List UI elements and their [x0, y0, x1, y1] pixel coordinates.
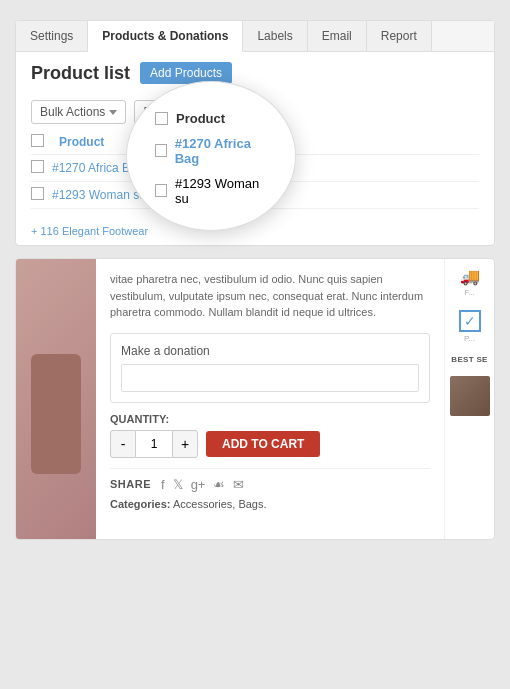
- bulk-actions-label: Bulk Actions: [40, 105, 105, 119]
- quantity-minus-button[interactable]: -: [110, 430, 136, 458]
- checkbox-text: P...: [464, 334, 475, 344]
- quantity-plus-button[interactable]: +: [172, 430, 198, 458]
- share-section: SHARE f 𝕏 g+ ☙ ✉: [110, 468, 430, 492]
- product-image-shape: [31, 354, 81, 474]
- right-side-col: 🚚 F... ✓ P... BEST SE: [444, 259, 494, 539]
- page-title: Product list: [31, 63, 130, 84]
- facebook-icon[interactable]: f: [161, 477, 165, 492]
- product-image: [16, 259, 96, 539]
- social-icons: f 𝕏 g+ ☙ ✉: [161, 477, 244, 492]
- product-description: vitae pharetra nec, vestibulum id odio. …: [110, 271, 430, 321]
- row-checkbox-1[interactable]: [31, 160, 44, 173]
- main-content: vitae pharetra nec, vestibulum id odio. …: [96, 259, 444, 539]
- checkbox-icon-block: ✓ P...: [459, 310, 481, 344]
- quantity-section: QUANTITY: - + ADD TO CART: [110, 413, 430, 458]
- share-label: SHARE: [110, 478, 151, 490]
- donation-input[interactable]: [121, 364, 419, 392]
- twitter-icon[interactable]: 𝕏: [173, 477, 183, 492]
- product-image-placeholder: [16, 259, 96, 539]
- google-plus-icon[interactable]: g+: [191, 477, 206, 492]
- dropdown-item-1[interactable]: #1270 Africa Bag: [137, 131, 285, 171]
- dropdown-checkbox-1[interactable]: [155, 144, 167, 157]
- dropdown-header-item[interactable]: Product: [137, 106, 285, 131]
- pinterest-icon[interactable]: ☙: [213, 477, 225, 492]
- dropdown-overlay: Product #1270 Africa Bag #1293 Woman su: [126, 81, 296, 231]
- tab-products-donations[interactable]: Products & Donations: [88, 21, 243, 52]
- email-icon[interactable]: ✉: [233, 477, 244, 492]
- dropdown-item-2[interactable]: #1293 Woman su: [137, 171, 285, 211]
- best-sellers-label: BEST SE: [451, 355, 487, 364]
- dropdown-product-label: Product: [176, 111, 225, 126]
- delivery-truck-icon: 🚚: [460, 267, 480, 286]
- top-panel: Settings Products & Donations Labels Ema…: [15, 20, 495, 246]
- tab-email[interactable]: Email: [308, 21, 367, 51]
- best-sellers-block: BEST SE: [451, 355, 487, 364]
- tab-report[interactable]: Report: [367, 21, 432, 51]
- donation-section: Make a donation: [110, 333, 430, 403]
- quantity-input[interactable]: [136, 430, 172, 458]
- categories-value: Accessories, Bags.: [173, 498, 267, 510]
- bottom-panel: vitae pharetra nec, vestibulum id odio. …: [15, 258, 495, 540]
- dropdown-checkbox-2[interactable]: [155, 184, 167, 197]
- delivery-icon-block: 🚚 F...: [460, 267, 480, 298]
- donation-label: Make a donation: [121, 344, 419, 358]
- tab-settings[interactable]: Settings: [16, 21, 88, 51]
- quantity-label: QUANTITY:: [110, 413, 430, 425]
- product-link-2[interactable]: #1293 Woman su: [52, 188, 146, 202]
- bulk-actions-select[interactable]: Bulk Actions: [31, 100, 126, 124]
- dropdown-item-2-label: #1293 Woman su: [175, 176, 267, 206]
- pillow-thumbnail[interactable]: [450, 376, 490, 416]
- product-column-header: Product: [59, 135, 104, 149]
- dropdown-item-1-label: #1270 Africa Bag: [175, 136, 267, 166]
- dropdown-checkbox-header[interactable]: [155, 112, 168, 125]
- add-to-cart-button[interactable]: ADD TO CART: [206, 431, 320, 457]
- pillow-thumb-block: [450, 376, 490, 416]
- bulk-actions-arrow-icon: [109, 110, 117, 115]
- categories-line: Categories: Accessories, Bags.: [110, 498, 430, 510]
- select-all-checkbox[interactable]: [31, 134, 44, 147]
- tab-labels[interactable]: Labels: [243, 21, 307, 51]
- delivery-text: F...: [464, 288, 475, 298]
- row-checkbox-2[interactable]: [31, 187, 44, 200]
- checked-icon[interactable]: ✓: [459, 310, 481, 332]
- categories-label: Categories:: [110, 498, 171, 510]
- panel-header: Product list Add Products: [16, 52, 494, 94]
- view-all-link[interactable]: + 116 Elegant Footwear: [16, 219, 494, 245]
- tabs-bar: Settings Products & Donations Labels Ema…: [16, 21, 494, 52]
